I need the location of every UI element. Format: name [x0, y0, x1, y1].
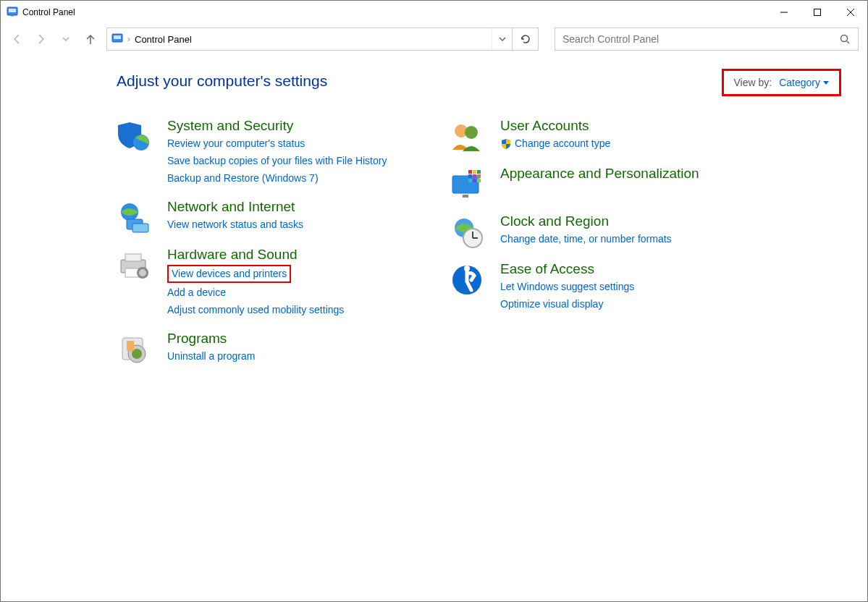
ease-of-access-icon: [450, 261, 490, 296]
link-windows-suggest[interactable]: Let Windows suggest settings: [500, 279, 634, 294]
address-dropdown-button[interactable]: [492, 28, 512, 50]
view-by-dropdown[interactable]: Category: [779, 77, 829, 88]
view-by-label: View by:: [734, 77, 772, 88]
svg-line-11: [847, 41, 849, 43]
recent-button[interactable]: [59, 32, 73, 46]
link-change-account-type[interactable]: Change account type: [515, 136, 610, 151]
search-input[interactable]: [561, 33, 838, 46]
clock-globe-icon: [450, 213, 490, 248]
link-add-device[interactable]: Add a device: [167, 285, 226, 300]
svg-point-27: [465, 126, 478, 139]
category-system-security: System and Security Review your computer…: [117, 118, 428, 186]
category-hardware: Hardware and Sound View devices and prin…: [117, 247, 428, 318]
chevron-right-icon: ›: [127, 34, 130, 44]
control-panel-icon: [7, 6, 18, 20]
svg-point-21: [139, 269, 146, 276]
svg-rect-18: [125, 254, 141, 261]
content-area: Adjust your computer's settings View by:…: [1, 54, 867, 601]
svg-rect-36: [468, 179, 472, 182]
appearance-title[interactable]: Appearance and Personalization: [500, 166, 699, 182]
uac-shield-icon: [500, 138, 512, 150]
breadcrumb[interactable]: Control Panel: [135, 34, 192, 45]
programs-title[interactable]: Programs: [167, 331, 255, 347]
link-file-history[interactable]: Save backup copies of your files with Fi…: [167, 153, 387, 169]
svg-rect-33: [468, 174, 472, 178]
svg-rect-38: [477, 179, 481, 182]
title-bar: Control Panel: [1, 1, 867, 24]
programs-icon: [117, 331, 157, 365]
svg-rect-31: [473, 170, 476, 174]
up-button[interactable]: [83, 32, 98, 46]
maximize-button[interactable]: [801, 1, 834, 24]
category-appearance: Appearance and Personalization: [450, 166, 761, 200]
hardware-title[interactable]: Hardware and Sound: [167, 247, 344, 263]
category-user-accounts: User Accounts Change account type: [450, 118, 761, 153]
svg-rect-34: [473, 174, 476, 178]
category-ease-of-access: Ease of Access Let Windows suggest setti…: [450, 261, 761, 312]
category-programs: Programs Uninstall a program: [117, 331, 428, 365]
link-review-status[interactable]: Review your computer's status: [167, 136, 305, 151]
users-icon: [450, 118, 490, 153]
svg-rect-25: [127, 341, 134, 351]
category-network: Network and Internet View network status…: [117, 199, 428, 234]
ease-title[interactable]: Ease of Access: [500, 261, 634, 277]
refresh-button[interactable]: [512, 27, 538, 51]
right-column: User Accounts Change account type: [450, 118, 761, 378]
svg-rect-28: [452, 176, 479, 193]
appearance-icon: [450, 166, 490, 200]
search-box[interactable]: [555, 27, 859, 51]
users-title[interactable]: User Accounts: [500, 118, 610, 134]
category-clock: Clock and Region Change date, time, or n…: [450, 213, 761, 248]
close-button[interactable]: [834, 1, 867, 24]
svg-rect-2: [11, 15, 14, 17]
view-by-value: Category: [779, 77, 820, 88]
system-security-title[interactable]: System and Security: [167, 118, 387, 134]
link-change-date-time[interactable]: Change date, time, or number formats: [500, 232, 672, 247]
window: Control Panel › Control Panel: [0, 0, 868, 602]
address-bar[interactable]: › Control Panel: [106, 27, 539, 51]
svg-rect-9: [114, 35, 121, 39]
svg-rect-1: [9, 9, 16, 12]
search-icon: [838, 34, 852, 44]
svg-point-44: [464, 266, 470, 271]
window-title: Control Panel: [22, 7, 75, 17]
shield-computer-icon: [117, 118, 157, 153]
clock-title[interactable]: Clock and Region: [500, 213, 672, 229]
control-panel-icon: [111, 33, 123, 46]
page-title: Adjust your computer's settings: [117, 72, 327, 90]
nav-bar: › Control Panel: [1, 24, 867, 54]
link-optimize-visual[interactable]: Optimize visual display: [500, 297, 603, 312]
svg-rect-32: [477, 170, 481, 174]
network-title[interactable]: Network and Internet: [167, 199, 303, 215]
svg-rect-4: [814, 9, 821, 16]
link-network-status[interactable]: View network status and tasks: [167, 217, 303, 232]
back-button[interactable]: [9, 32, 24, 46]
svg-rect-37: [473, 179, 476, 182]
svg-rect-35: [477, 174, 481, 178]
view-by-control: View by: Category: [722, 69, 841, 96]
svg-rect-29: [463, 195, 468, 198]
link-uninstall[interactable]: Uninstall a program: [167, 349, 255, 364]
link-view-devices[interactable]: View devices and printers: [167, 265, 291, 283]
printer-icon: [117, 247, 157, 281]
link-mobility-settings[interactable]: Adjust commonly used mobility settings: [167, 302, 344, 318]
svg-marker-12: [823, 81, 829, 85]
forward-button[interactable]: [34, 32, 49, 46]
svg-rect-16: [132, 224, 148, 232]
globe-network-icon: [117, 199, 157, 234]
left-column: System and Security Review your computer…: [117, 118, 428, 378]
svg-rect-30: [468, 170, 472, 174]
minimize-button[interactable]: [767, 1, 801, 24]
svg-point-10: [841, 35, 848, 42]
link-backup-restore[interactable]: Backup and Restore (Windows 7): [167, 171, 319, 186]
